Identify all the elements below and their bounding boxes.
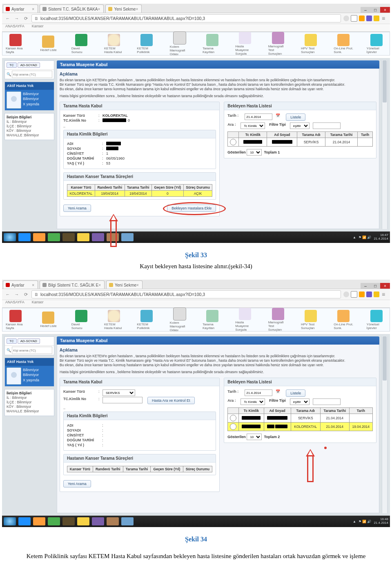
- radio-icon[interactable]: [230, 139, 236, 145]
- toolbar-item[interactable]: HPV Test Sonuçları: [301, 34, 321, 54]
- toolbar-item[interactable]: On-Line Prot. Sonk.: [334, 34, 353, 54]
- clock[interactable]: 16:4721.4.2014: [374, 234, 388, 241]
- browser-tab[interactable]: Yeni Sekme×: [105, 4, 142, 13]
- taskbar-app[interactable]: [33, 517, 45, 525]
- taskbar-app[interactable]: [33, 233, 45, 241]
- pagesize-select[interactable]: 10: [247, 434, 262, 440]
- window-maximize[interactable]: □: [370, 283, 380, 289]
- browser-tab[interactable]: Ayarlar×: [3, 280, 38, 289]
- forward-icon[interactable]: →: [13, 291, 20, 298]
- close-icon[interactable]: ×: [98, 7, 100, 11]
- star-icon[interactable]: [351, 291, 357, 298]
- filtre-select[interactable]: eşittir: [290, 122, 310, 129]
- date-input[interactable]: [245, 113, 272, 120]
- toolbar-item[interactable]: KETEM Hasta Kabul: [104, 34, 124, 54]
- window-maximize[interactable]: □: [370, 7, 380, 13]
- subtab[interactable]: ANASAYFA: [5, 24, 24, 31]
- toolbar-item[interactable]: KETEM Poliklinik: [137, 34, 156, 54]
- toolbar-item[interactable]: Kanser Ana Sayfa: [6, 34, 25, 54]
- subtab[interactable]: Kanser: [32, 300, 44, 307]
- taskbar-app[interactable]: [77, 517, 89, 525]
- filtre-input[interactable]: [313, 122, 341, 129]
- browser-tab[interactable]: Ayarlar×: [3, 4, 38, 13]
- address-input[interactable]: 🗎localhost:3156/MODULES/KANSER/TARAMAKAB…: [31, 290, 341, 298]
- close-icon[interactable]: ×: [136, 7, 138, 11]
- taskbar-app[interactable]: [92, 517, 104, 525]
- toolbar-item[interactable]: Hedef Liste: [38, 36, 58, 52]
- yeni-arama-button[interactable]: Yeni Arama: [63, 205, 91, 212]
- extension-icon[interactable]: [359, 16, 365, 21]
- calendar-icon[interactable]: 📅: [276, 389, 280, 397]
- table-row[interactable]: KOLOREKTAL19/04/201419/04/20140AÇIK: [67, 191, 212, 197]
- taskbar-app[interactable]: [62, 517, 75, 525]
- browser-tab[interactable]: Yeni Sekme×: [106, 280, 143, 289]
- toolbar-item[interactable]: Mamografi Test Sonuçları: [268, 32, 288, 56]
- toolbar-item[interactable]: Tarama Kayıtları: [203, 34, 222, 54]
- star-icon[interactable]: [351, 15, 357, 22]
- window-minimize[interactable]: –: [361, 7, 370, 13]
- extension-icon[interactable]: [374, 16, 379, 21]
- kanser-turu-select[interactable]: SERVİKS: [102, 389, 135, 396]
- tc-input[interactable]: [102, 397, 143, 403]
- taskbar-app[interactable]: [62, 233, 75, 241]
- menu-icon[interactable]: [382, 291, 388, 298]
- table-row[interactable]: SERVİKS 21.04.2014: [228, 414, 373, 423]
- yeni-arama-button[interactable]: Yeni Arama: [63, 480, 91, 487]
- reload-icon[interactable]: ⟳: [22, 15, 29, 22]
- ara-select[interactable]: Tc Kimlik: [241, 398, 265, 405]
- browser-tab-active[interactable]: Sistemi T.C. SAĞLIK BAKA×: [40, 4, 104, 13]
- window-minimize[interactable]: –: [361, 283, 370, 289]
- pill-tc[interactable]: TC: [7, 62, 17, 68]
- extension-icon[interactable]: [359, 292, 365, 297]
- close-icon[interactable]: ×: [32, 7, 34, 11]
- toolbar-item[interactable]: Hasta Muayene Sorgula: [235, 32, 255, 56]
- window-close[interactable]: ×: [380, 283, 390, 289]
- search-icon[interactable]: [343, 16, 349, 21]
- taskbar-app[interactable]: [48, 233, 60, 241]
- extension-icon[interactable]: [366, 292, 372, 297]
- patient-search-input[interactable]: [12, 71, 52, 78]
- taskbar-app[interactable]: [107, 517, 119, 525]
- toolbar-item[interactable]: Yönetsel İşlevler: [367, 34, 386, 54]
- scrollbar[interactable]: [382, 60, 388, 229]
- search-icon[interactable]: [343, 292, 349, 297]
- calendar-icon[interactable]: 📅: [276, 113, 280, 121]
- toolbar-item[interactable]: Kıdem Mamografi Odası: [170, 31, 189, 56]
- table-row[interactable]: KOLOREKTAL 21.04.2014 19.04.2014: [228, 423, 373, 431]
- radio-icon[interactable]: [230, 415, 236, 421]
- listele-button[interactable]: Listele: [286, 389, 305, 397]
- pill-adsoyad[interactable]: AD-SOYAD: [18, 62, 40, 68]
- table-row[interactable]: SERVİKS 21.04.2014: [228, 138, 373, 147]
- taskbar-app[interactable]: [18, 517, 31, 525]
- ara-select[interactable]: Tc Kimlik: [241, 122, 265, 129]
- taskbar-app[interactable]: [121, 233, 134, 241]
- window-close[interactable]: ×: [380, 7, 390, 13]
- tray-expand-icon[interactable]: ▲: [353, 520, 356, 523]
- start-button[interactable]: [4, 517, 16, 525]
- taskbar-app[interactable]: [48, 517, 60, 525]
- radio-icon[interactable]: [230, 423, 236, 430]
- tray-expand-icon[interactable]: ▲: [353, 236, 356, 239]
- filtre-select[interactable]: eşittir: [290, 398, 310, 405]
- taskbar-app[interactable]: [18, 233, 31, 241]
- pill-adsoyad[interactable]: AD-SOYAD: [18, 338, 40, 344]
- pagesize-select[interactable]: 10: [247, 149, 262, 156]
- extension-icon[interactable]: [374, 292, 379, 297]
- hasta-ara-button[interactable]: Hasta Ara ve Kontrol Et: [147, 397, 195, 404]
- taskbar-app[interactable]: [77, 233, 89, 241]
- browser-tab-active[interactable]: Bilgi Sistemi T.C. SAĞLIK E×: [40, 280, 105, 289]
- filtre-input[interactable]: [313, 398, 341, 405]
- menu-icon[interactable]: [382, 15, 388, 22]
- toolbar-item[interactable]: Davet Sonucu: [71, 34, 91, 54]
- subtab[interactable]: ANASAYFA: [5, 300, 24, 307]
- start-button[interactable]: [4, 233, 16, 241]
- address-input[interactable]: 🗎localhost:3156/MODULES/KANSER/TARAMAKAB…: [31, 14, 341, 22]
- forward-icon[interactable]: →: [13, 15, 20, 22]
- listele-button[interactable]: Listele: [286, 113, 305, 121]
- subtab[interactable]: Kanser: [32, 24, 44, 31]
- back-icon[interactable]: ←: [4, 15, 11, 22]
- scrollbar[interactable]: [382, 336, 388, 513]
- reload-icon[interactable]: ⟳: [22, 291, 29, 298]
- date-input[interactable]: [245, 389, 272, 396]
- extension-icon[interactable]: [366, 16, 372, 21]
